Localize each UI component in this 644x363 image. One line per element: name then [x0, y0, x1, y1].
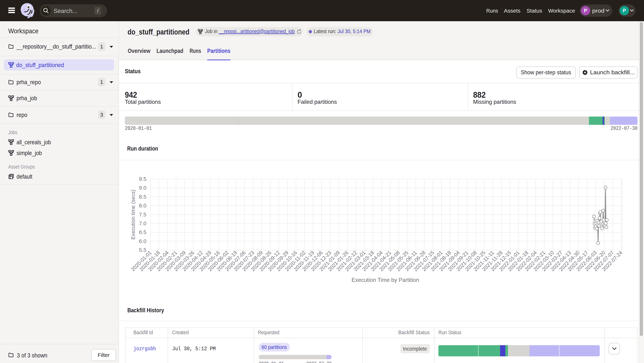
svg-text:Execution Time by Partition: Execution Time by Partition [352, 277, 419, 283]
svg-text:8.5: 8.5 [139, 194, 146, 200]
svg-text:9.0: 9.0 [139, 185, 146, 191]
svg-text:6.5: 6.5 [139, 229, 146, 235]
svg-text:5.5: 5.5 [139, 247, 146, 253]
svg-text:9.5: 9.5 [139, 176, 146, 182]
svg-text:8.0: 8.0 [139, 202, 146, 208]
svg-text:7.5: 7.5 [139, 212, 146, 218]
svg-text:6.0: 6.0 [139, 238, 146, 244]
svg-text:7.0: 7.0 [139, 220, 146, 226]
svg-text:Execution time (secs): Execution time (secs) [130, 190, 136, 240]
